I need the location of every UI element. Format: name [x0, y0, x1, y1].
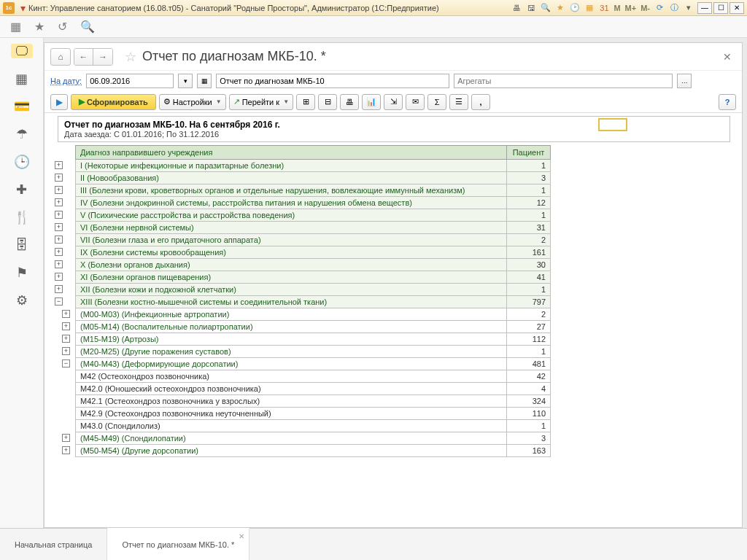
favorite-icon[interactable]: ★ [34, 20, 44, 34]
expand-button[interactable]: + [55, 236, 63, 244]
page-close-button[interactable]: ✕ [719, 51, 736, 63]
preview-icon[interactable]: 🔍 [539, 2, 552, 14]
table-row[interactable]: II (Новообразования)3 [76, 172, 551, 184]
m-button[interactable]: M [611, 4, 622, 12]
expand-button[interactable]: + [55, 248, 63, 256]
table-row[interactable]: (M15-M19) (Артрозы)112 [76, 333, 551, 346]
expand-button[interactable]: + [55, 260, 63, 268]
table-row[interactable]: XI (Болезни органов пищеварения)41 [76, 271, 551, 284]
expand-button[interactable]: + [62, 310, 70, 318]
expand-button[interactable]: + [62, 322, 70, 330]
home-button[interactable]: ⌂ [50, 48, 71, 66]
tool-comma-icon[interactable]: , [471, 94, 490, 110]
calc-icon[interactable]: ▦ [583, 2, 596, 14]
star-icon[interactable]: ★ [554, 2, 567, 14]
tool-print-icon[interactable]: 🖶 [340, 94, 359, 110]
table-row[interactable]: M42.0 (Юношеский остеохондроз позвоночни… [76, 383, 551, 395]
tab-start[interactable]: Начальная страница [0, 529, 107, 560]
table-row[interactable]: (M00-M03) (Инфекционные артропатии)2 [76, 308, 551, 321]
search-icon[interactable]: 🔍 [80, 20, 95, 34]
date-label[interactable]: На дату: [50, 77, 82, 85]
expand-button[interactable]: + [62, 434, 70, 442]
table-row[interactable]: XIII (Болезни костно-мышечной системы и … [76, 296, 551, 308]
minimize-button[interactable]: — [697, 2, 712, 14]
tool-list-icon[interactable]: ☰ [449, 94, 468, 110]
collapse-button[interactable]: − [62, 359, 70, 368]
table-row[interactable]: (M45-M49) (Спондилопатии)3 [76, 432, 551, 445]
agg-input[interactable] [454, 74, 673, 88]
tool-export-icon[interactable]: ⇲ [384, 94, 403, 110]
expand-button[interactable]: + [55, 223, 63, 231]
history-icon[interactable]: ↺ [58, 20, 67, 34]
sidebar-lamp-icon[interactable]: ☂ [13, 127, 31, 141]
expand-button[interactable]: + [55, 273, 63, 281]
expand-button[interactable]: + [55, 285, 63, 293]
agg-more-button[interactable]: … [677, 74, 692, 88]
maximize-button[interactable]: ☐ [713, 2, 728, 14]
form-button[interactable]: ▶Сформировать [71, 94, 156, 110]
expand-button[interactable]: + [62, 347, 70, 355]
back-button[interactable]: ← [74, 49, 93, 65]
save-icon[interactable]: 🖫 [525, 2, 538, 14]
sidebar-food-icon[interactable]: 🍴 [13, 210, 31, 225]
print-icon[interactable]: 🖶 [510, 2, 523, 14]
table-row[interactable]: M42.1 (Остеохондроз позвоночника у взрос… [76, 395, 551, 408]
tool-chart-icon[interactable]: 📊 [362, 94, 381, 110]
table-row[interactable]: IV (Болезни эндокринной системы, расстро… [76, 197, 551, 209]
table-row[interactable]: M42.9 (Остеохондроз позвоночника неуточн… [76, 408, 551, 420]
table-row[interactable]: (M40-M43) (Деформирующие дорсопатии)481 [76, 358, 551, 370]
settings-button[interactable]: ⚙Настройки▼ [159, 94, 226, 110]
refresh-icon[interactable]: ⟳ [653, 2, 666, 14]
m-minus-button[interactable]: M- [638, 4, 652, 12]
dropdown-icon[interactable]: ▾ [682, 2, 695, 14]
tool-collapse-icon[interactable]: ⊟ [318, 94, 337, 110]
tab-close-icon[interactable]: ✕ [239, 532, 244, 540]
calendar-icon[interactable]: 31 [597, 2, 611, 14]
expand-button[interactable]: + [62, 446, 70, 454]
sidebar-monitor-icon[interactable]: 🖵 [11, 44, 33, 58]
tool-sum-icon[interactable]: Σ [427, 94, 446, 110]
desc-input[interactable] [216, 74, 449, 88]
sidebar-flag-icon[interactable]: ⚑ [13, 265, 31, 280]
tab-report[interactable]: Отчет по диагнозам МКБ-10. *✕ [107, 528, 249, 560]
date-calendar-button[interactable]: ▦ [197, 74, 212, 88]
date-dropdown-button[interactable]: ▾ [178, 74, 193, 88]
expand-button[interactable]: + [55, 186, 63, 194]
table-row[interactable]: IX (Болезни системы кровообращения)161 [76, 246, 551, 259]
table-row[interactable]: III (Болезни крови, кроветворных органов… [76, 184, 551, 197]
expand-button[interactable]: + [55, 174, 63, 182]
table-row[interactable]: VI (Болезни нервной системы)31 [76, 222, 551, 234]
m-plus-button[interactable]: M+ [623, 4, 639, 12]
goto-button[interactable]: ↗Перейти к▼ [229, 94, 293, 110]
sidebar-gear-icon[interactable]: ⚙ [13, 293, 31, 308]
help-button[interactable]: ? [719, 94, 736, 110]
table-row[interactable]: V (Психические расстройства и расстройст… [76, 209, 551, 222]
date-input[interactable] [86, 74, 174, 88]
info-icon[interactable]: ⓘ [667, 2, 681, 14]
expand-button[interactable]: + [55, 211, 63, 219]
sidebar-db-icon[interactable]: 🗄 [13, 238, 31, 252]
tool-expand-icon[interactable]: ⊞ [296, 94, 315, 110]
run-button[interactable]: ▶ [50, 94, 68, 110]
tool-mail-icon[interactable]: ✉ [406, 94, 425, 110]
expand-button[interactable]: + [55, 161, 63, 169]
expand-button[interactable]: + [62, 335, 70, 343]
sidebar-plus-icon[interactable]: ✚ [13, 182, 31, 197]
close-button[interactable]: ✕ [729, 2, 744, 14]
apps-icon[interactable]: ▦ [10, 20, 21, 34]
table-row[interactable]: (M20-M25) (Другие поражения суставов)1 [76, 346, 551, 358]
sidebar-calendar-icon[interactable]: ▦ [13, 71, 31, 86]
table-row[interactable]: XII (Болезни кожи и подкожной клетчатки)… [76, 284, 551, 296]
page-star-icon[interactable]: ☆ [125, 49, 136, 65]
table-row[interactable]: M42 (Остеохондроз позвоночника)42 [76, 370, 551, 383]
sidebar-card-icon[interactable]: 💳 [13, 99, 31, 114]
table-row[interactable]: X (Болезни органов дыхания)30 [76, 259, 551, 271]
table-row[interactable]: (M05-M14) (Воспалительные полиартропатии… [76, 321, 551, 333]
table-row[interactable]: VII (Болезни глаза и его придаточного ап… [76, 234, 551, 246]
forward-button[interactable]: → [93, 49, 112, 65]
table-row[interactable]: M43.0 (Спондилолиз)1 [76, 420, 551, 432]
expand-button[interactable]: + [55, 198, 63, 206]
collapse-button[interactable]: − [55, 298, 63, 306]
clock-icon[interactable]: 🕑 [568, 2, 581, 14]
table-row[interactable]: (M50-M54) (Другие дорсопатии)163 [76, 445, 551, 457]
